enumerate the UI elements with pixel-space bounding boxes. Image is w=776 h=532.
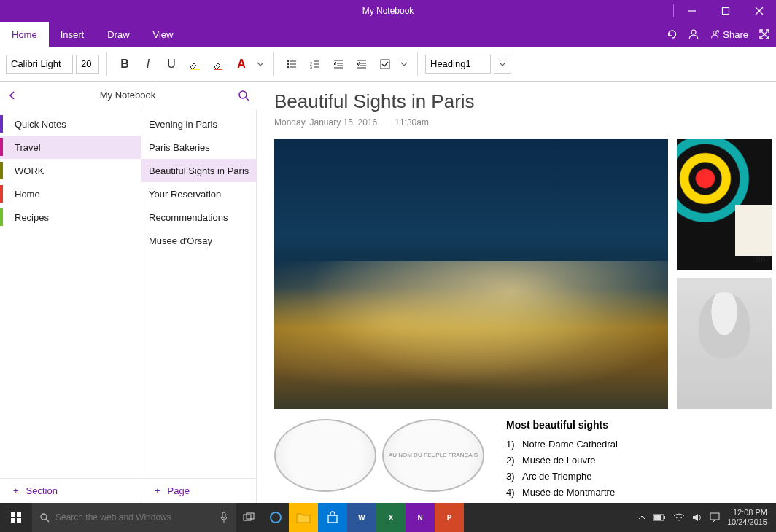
undo-button[interactable]: [666, 28, 678, 40]
page-canvas[interactable]: Beautiful Sights in Paris Monday, Januar…: [257, 82, 776, 503]
page-label: Recommendations: [149, 212, 228, 223]
onenote-icon[interactable]: N: [406, 503, 435, 532]
page-meta: Monday, January 15, 2016 11:30am: [274, 117, 776, 128]
svg-rect-40: [244, 515, 251, 520]
sight-label: Musée de Louvre: [522, 455, 595, 466]
page-title[interactable]: Beautiful Sights in Paris: [274, 90, 776, 113]
window-controls: [672, 0, 776, 22]
taskbar-search-input[interactable]: [55, 512, 213, 523]
font-size-input[interactable]: [76, 55, 99, 74]
share-label: Share: [723, 29, 748, 40]
maximize-button[interactable]: [709, 0, 742, 22]
highlight-button[interactable]: [185, 54, 205, 74]
underline-button[interactable]: U: [161, 54, 182, 74]
titlebar-separator: [673, 4, 674, 17]
fullscreen-button[interactable]: [758, 28, 770, 40]
indent-button[interactable]: [352, 54, 372, 74]
start-button[interactable]: [0, 503, 32, 532]
coin-image-1[interactable]: [274, 419, 376, 492]
navigation-pane: My Notebook Quick Notes Travel WORK Home…: [0, 82, 257, 503]
page-beautiful-sights[interactable]: Beautiful Sights in Paris: [141, 159, 256, 182]
file-explorer-icon[interactable]: [289, 503, 318, 532]
hero-image[interactable]: [274, 139, 668, 409]
wifi-icon[interactable]: [673, 513, 685, 522]
font-color-button[interactable]: A: [231, 54, 252, 74]
nav-search-button[interactable]: [238, 90, 249, 101]
microphone-icon[interactable]: [219, 511, 229, 524]
svg-rect-44: [664, 516, 665, 519]
battery-icon[interactable]: [653, 514, 666, 521]
tabbar-right-actions: Share: [666, 22, 776, 47]
bullets-button[interactable]: [282, 54, 302, 74]
page-label: Evening in Paris: [149, 119, 217, 130]
page-musee-dorsay[interactable]: Musee d'Orsay: [141, 229, 256, 252]
sight-item[interactable]: 3)Arc de Triomphe: [506, 469, 618, 485]
minimize-button[interactable]: [675, 0, 709, 22]
heading-style-box[interactable]: Heading1: [425, 55, 491, 74]
todo-tag-button[interactable]: [375, 54, 395, 74]
nav-back-button[interactable]: [7, 90, 18, 101]
volume-icon[interactable]: [692, 513, 702, 522]
edge-icon[interactable]: [263, 503, 289, 532]
sights-list: 1)Notre-Dame Cathedral 2)Musée de Louvre…: [506, 437, 618, 501]
page-time[interactable]: 11:30am: [395, 117, 429, 128]
section-home[interactable]: Home: [0, 182, 141, 206]
window-title: My Notebook: [362, 6, 414, 16]
section-label: Travel: [15, 142, 41, 153]
tab-draw[interactable]: Draw: [96, 22, 141, 47]
tags-dropdown[interactable]: [398, 54, 410, 74]
tab-insert[interactable]: Insert: [49, 22, 96, 47]
taskbar-apps: W X N P: [289, 503, 464, 532]
sight-item[interactable]: 2)Musée de Louvre: [506, 453, 618, 469]
excel-icon[interactable]: X: [376, 503, 406, 532]
store-icon[interactable]: [318, 503, 347, 532]
svg-rect-9: [214, 69, 222, 70]
page-paris-bakeries[interactable]: Paris Bakeries: [141, 136, 256, 159]
bold-button[interactable]: B: [115, 54, 135, 74]
italic-button[interactable]: I: [138, 54, 158, 74]
section-work[interactable]: WORK: [0, 159, 141, 182]
close-button[interactable]: [742, 0, 776, 22]
svg-point-14: [287, 66, 289, 67]
section-label: Recipes: [15, 212, 49, 223]
sight-item[interactable]: 1)Notre-Dame Cathedral: [506, 437, 618, 453]
sights-block[interactable]: Most beautiful sights 1)Notre-Dame Cathe…: [506, 419, 618, 501]
taskbar-clock[interactable]: 12:08 PM 10/24/2015: [727, 508, 767, 527]
svg-line-38: [46, 519, 49, 522]
page-date[interactable]: Monday, January 15, 2016: [274, 117, 377, 128]
section-travel[interactable]: Travel: [0, 136, 141, 159]
font-name-input[interactable]: [6, 55, 73, 74]
ink-color-button[interactable]: [208, 54, 228, 74]
heading-style-dropdown[interactable]: [494, 55, 511, 74]
tab-home[interactable]: Home: [0, 22, 49, 47]
svg-rect-34: [17, 512, 21, 517]
plus-icon: +: [155, 485, 160, 496]
account-button[interactable]: [688, 28, 699, 40]
side-image-1[interactable]: PARI 1862: [677, 139, 772, 270]
section-quick-notes[interactable]: Quick Notes: [0, 112, 141, 136]
word-icon[interactable]: W: [347, 503, 376, 532]
sight-item[interactable]: 4)Musée de Montmartre: [506, 485, 618, 501]
task-view-button[interactable]: [236, 503, 263, 532]
page-recommendations[interactable]: Recommendations: [141, 206, 256, 229]
styles-group: Heading1: [425, 55, 511, 74]
tab-view[interactable]: View: [141, 22, 185, 47]
page-evening-in-paris[interactable]: Evening in Paris: [141, 112, 256, 136]
side-image-2[interactable]: [677, 278, 772, 409]
section-recipes[interactable]: Recipes: [0, 206, 141, 229]
section-label: WORK: [15, 165, 44, 176]
powerpoint-icon[interactable]: P: [435, 503, 464, 532]
tray-chevron-icon[interactable]: [638, 514, 645, 521]
outdent-button[interactable]: [328, 54, 349, 74]
page-your-reservation[interactable]: Your Reservation: [141, 182, 256, 206]
action-center-icon[interactable]: [710, 512, 720, 523]
numbering-button[interactable]: 123: [305, 54, 325, 74]
system-tray: 12:08 PM 10/24/2015: [638, 508, 776, 527]
add-page-button[interactable]: + Page: [141, 478, 256, 503]
font-color-dropdown[interactable]: [255, 54, 266, 74]
taskbar-search[interactable]: [32, 503, 236, 532]
share-button[interactable]: Share: [710, 29, 748, 40]
coin-image-2[interactable]: AU NOM DU PEUPLE FRANÇAIS: [382, 419, 484, 492]
add-section-button[interactable]: + Section: [0, 478, 141, 503]
sight-label: Notre-Dame Cathedral: [522, 439, 618, 450]
